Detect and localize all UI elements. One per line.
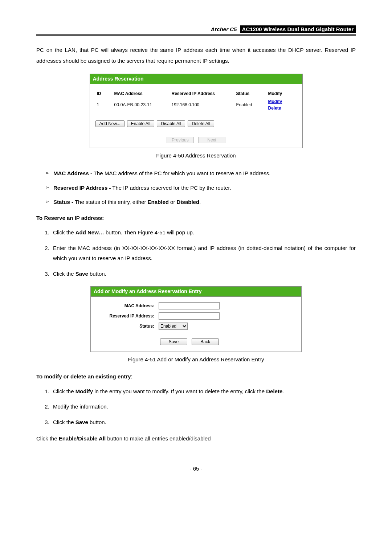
- col-mac: MAC Address: [113, 90, 170, 98]
- nav-button-row: Previous Next: [95, 132, 297, 144]
- form-row-mac: MAC Address:: [96, 302, 296, 309]
- definition-list: MAC Address - The MAC address of the PC …: [36, 169, 356, 207]
- col-modify: Modify: [267, 90, 297, 98]
- ip-label: Reserved IP Address:: [96, 313, 159, 319]
- status-select[interactable]: Enabled: [159, 323, 188, 330]
- next-button[interactable]: Next: [198, 137, 225, 143]
- form-row-ip: Reserved IP Address:: [96, 312, 296, 320]
- definition: The MAC address of the PC for which you …: [92, 170, 270, 176]
- address-reservation-panel: Address Reservation ID MAC Address Reser…: [90, 74, 303, 148]
- cell-id: 1: [95, 98, 113, 112]
- list-item: Click the Save button.: [51, 269, 356, 279]
- mac-label: MAC Address:: [96, 303, 159, 309]
- action-button-row: Add New... Enable All Disable All Delete…: [95, 119, 297, 128]
- page-header: Archer C5 AC1200 Wireless Dual Band Giga…: [36, 25, 356, 36]
- figure-caption-1: Figure 4-50 Address Reservation: [36, 152, 356, 160]
- mac-input[interactable]: [159, 302, 220, 309]
- add-new-button[interactable]: Add New...: [95, 120, 124, 127]
- footer-paragraph: Click the Enable/Disable All button to m…: [36, 435, 356, 443]
- col-id: ID: [95, 90, 113, 98]
- status-label: Status:: [96, 323, 159, 329]
- list-item: Click the Save button.: [51, 417, 356, 428]
- reservation-table: ID MAC Address Reserved IP Address Statu…: [95, 90, 297, 112]
- term: Reserved IP Address -: [53, 185, 111, 191]
- list-item: Enter the MAC address (in XX-XX-XX-XX-XX…: [51, 243, 356, 264]
- col-ip: Reserved IP Address: [170, 90, 235, 98]
- section-heading-modify: To modify or delete an existing entry:: [36, 373, 356, 381]
- disable-all-button[interactable]: Disable All: [157, 120, 185, 127]
- list-item: Reserved IP Address - The IP address res…: [45, 183, 356, 193]
- enable-all-button[interactable]: Enable All: [127, 120, 154, 127]
- intro-paragraph: PC on the LAN, that PC will always recei…: [36, 45, 356, 66]
- back-button[interactable]: Back: [192, 338, 219, 345]
- definition: The IP address reserved for the PC by th…: [111, 185, 231, 191]
- form-row-status: Status: Enabled: [96, 323, 296, 330]
- delete-link[interactable]: Delete: [268, 106, 281, 111]
- cell-status: Enabled: [235, 98, 267, 112]
- table-row: 1 00-0A-EB-00-23-11 192.168.0.100 Enable…: [95, 98, 297, 112]
- cell-ip: 192.168.0.100: [170, 98, 235, 112]
- table-header-row: ID MAC Address Reserved IP Address Statu…: [95, 90, 297, 98]
- page-number: - 65 -: [36, 465, 356, 473]
- list-item: MAC Address - The MAC address of the PC …: [45, 169, 356, 178]
- panel-title: Address Reservation: [90, 74, 302, 84]
- list-item: Click the Add New… button. Then Figure 4…: [51, 227, 356, 238]
- save-button[interactable]: Save: [160, 338, 187, 345]
- col-status: Status: [235, 90, 267, 98]
- ip-input[interactable]: [159, 312, 220, 320]
- term: Status -: [53, 199, 73, 205]
- delete-all-button[interactable]: Delete All: [188, 120, 214, 127]
- modify-link[interactable]: Modify: [268, 99, 282, 104]
- modify-steps: Click the Modify in the entry you want t…: [36, 386, 356, 428]
- model-label: Archer C5: [211, 26, 237, 32]
- figure-caption-2: Figure 4-51 Add or Modify an Address Res…: [36, 356, 356, 364]
- list-item: Modify the information.: [51, 402, 356, 412]
- list-item: Status - The status of this entry, eithe…: [45, 197, 356, 207]
- previous-button[interactable]: Previous: [167, 137, 194, 143]
- cell-mac: 00-0A-EB-00-23-11: [113, 98, 170, 112]
- panel-title: Add or Modify an Address Reservation Ent…: [91, 287, 301, 297]
- product-label: AC1200 Wireless Dual Band Gigabit Router: [240, 25, 356, 33]
- list-item: Click the Modify in the entry you want t…: [51, 386, 356, 397]
- form-button-row: Save Back: [96, 333, 296, 348]
- add-modify-panel: Add or Modify an Address Reservation Ent…: [90, 286, 302, 352]
- section-heading-reserve: To Reserve an IP address:: [36, 214, 356, 222]
- term: MAC Address -: [53, 170, 92, 176]
- reserve-steps: Click the Add New… button. Then Figure 4…: [36, 227, 356, 279]
